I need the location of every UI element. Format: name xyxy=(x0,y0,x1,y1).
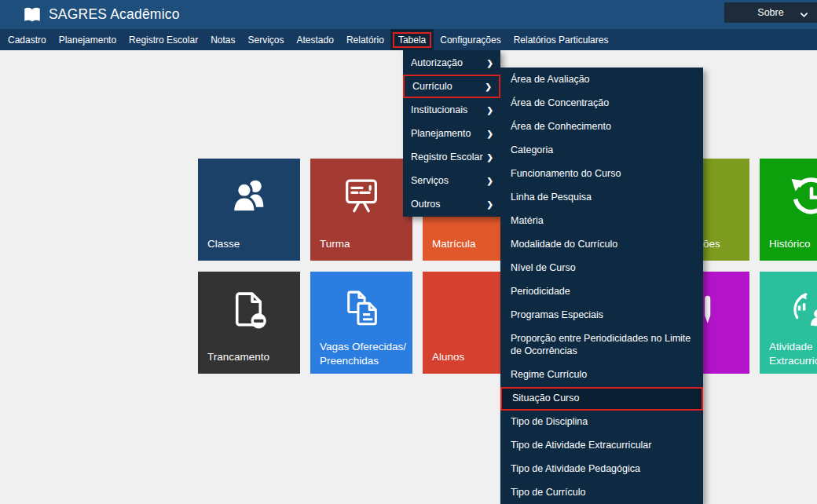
submenu-item-proporcao-entre-periodicidades-no-limite-de-ocorrencias[interactable]: Proporção entre Periodicidades no Limite… xyxy=(500,327,703,363)
dropdown-item-institucionais[interactable]: Institucionais❯ xyxy=(403,98,500,122)
dropdown-item-servicos[interactable]: Serviços❯ xyxy=(403,169,500,192)
person-activity-icon xyxy=(789,287,817,332)
menubar-item-cadastro[interactable]: Cadastro xyxy=(2,29,53,50)
people-icon xyxy=(227,174,272,219)
menubar-item-label: Cadastro xyxy=(8,35,46,46)
submenu-item-label: Tipo de Atividade Extracurricular xyxy=(511,440,651,452)
menubar-item-label: Serviços xyxy=(247,35,284,46)
tile-label: Histórico xyxy=(769,237,817,251)
submenu-item-periodicidade[interactable]: Periodicidade xyxy=(500,280,703,304)
page-title: SAGRES Acadêmico xyxy=(49,6,180,23)
menubar-item-label: Relatório xyxy=(346,35,384,46)
menubar-item-atestado[interactable]: Atestado xyxy=(291,29,340,50)
submenu-item-label: Matéria xyxy=(511,215,544,228)
submenu-item-label: Linha de Pesquisa xyxy=(511,192,592,204)
menubar-item-label: Relatórios Particulares xyxy=(514,35,609,46)
dropdown-item-label: Currículo xyxy=(412,81,452,92)
open-book-logo-icon xyxy=(22,5,42,25)
submenu-arrow-icon: ❯ xyxy=(487,130,493,138)
tile-label: Atividade Extracurricular xyxy=(769,340,817,368)
main-menubar: CadastroPlanejamentoRegistro EscolarNota… xyxy=(0,29,817,50)
dropdown-item-label: Registro Escolar xyxy=(411,152,483,163)
submenu-item-tipo-de-atividade-extracurricular[interactable]: Tipo de Atividade Extracurricular xyxy=(500,434,703,458)
tabela-dropdown-panel: Autorização❯Currículo❯Institucionais❯Pla… xyxy=(403,50,500,217)
menubar-item-notas[interactable]: Notas xyxy=(204,29,241,50)
tile-label: Turma xyxy=(320,237,409,251)
dropdown-item-label: Planejamento xyxy=(411,128,471,139)
menubar-item-tabela[interactable]: Tabela xyxy=(390,29,434,50)
menubar-item-relatorios-particulares[interactable]: Relatórios Particulares xyxy=(507,29,615,50)
dropdown-item-label: Institucionais xyxy=(411,104,467,115)
dropdown-item-planejamento[interactable]: Planejamento❯ xyxy=(403,122,500,145)
curriculo-submenu-panel: Área de AvaliaçãoÁrea de ConcentraçãoÁre… xyxy=(500,68,703,504)
submenu-item-label: Situação Curso xyxy=(512,393,579,405)
menubar-item-label: Atestado xyxy=(297,35,334,46)
submenu-item-nivel-de-curso[interactable]: Nível de Curso xyxy=(500,257,703,280)
submenu-arrow-icon: ❯ xyxy=(485,82,492,91)
submenu-arrow-icon: ❯ xyxy=(487,59,493,68)
submenu-item-label: Tipo de Atividade Pedagógica xyxy=(511,463,640,476)
menubar-item-servicos[interactable]: Serviços xyxy=(241,29,290,50)
submenu-item-label: Área de Concentração xyxy=(511,97,609,110)
submenu-arrow-icon: ❯ xyxy=(487,177,493,185)
about-button[interactable]: Sobre xyxy=(724,2,817,23)
submenu-item-label: Proporção entre Periodicidades no Limite… xyxy=(511,333,694,357)
about-label: Sobre xyxy=(757,7,783,18)
tile-turma[interactable]: Turma xyxy=(310,159,412,261)
presentation-icon xyxy=(339,174,384,219)
submenu-arrow-icon: ❯ xyxy=(487,153,493,162)
submenu-item-materia[interactable]: Matéria xyxy=(500,210,703,233)
submenu-item-regime-curriculo[interactable]: Regime Currículo xyxy=(500,363,703,387)
dropdown-item-label: Outros xyxy=(411,199,441,210)
menubar-item-configuracoes[interactable]: Configurações xyxy=(434,29,507,50)
menubar-item-label: Tabela xyxy=(393,32,431,48)
tile-vagas-oferecidas-preenchidas[interactable]: Vagas Oferecidas/ Preenchidas xyxy=(310,272,412,374)
menubar-item-label: Notas xyxy=(211,35,235,46)
submenu-item-label: Regime Currículo xyxy=(511,369,587,382)
submenu-item-label: Periodicidade xyxy=(511,286,570,298)
menubar-item-label: Planejamento xyxy=(59,35,116,46)
dropdown-item-outros[interactable]: Outros❯ xyxy=(403,192,500,216)
dropdown-item-autorizacao[interactable]: Autorização❯ xyxy=(403,51,500,75)
submenu-item-programas-especiais[interactable]: Programas Especiais xyxy=(500,304,703,327)
document-minus-icon xyxy=(227,287,272,332)
menubar-item-registro-escolar[interactable]: Registro Escolar xyxy=(123,29,204,50)
history-icon xyxy=(789,174,817,219)
submenu-item-label: Categoria xyxy=(511,144,553,157)
chevron-down-icon xyxy=(800,9,808,20)
dropdown-item-registro-escolar[interactable]: Registro Escolar❯ xyxy=(403,145,500,169)
submenu-item-funcionamento-do-curso[interactable]: Funcionamento do Curso xyxy=(500,163,703,186)
submenu-item-categoria[interactable]: Categoria xyxy=(500,139,703,163)
submenu-item-tipo-de-curriculo[interactable]: Tipo de Currículo xyxy=(500,481,703,504)
dropdown-item-curriculo[interactable]: Currículo❯ xyxy=(403,75,500,98)
menubar-item-planejamento[interactable]: Planejamento xyxy=(53,29,123,50)
submenu-item-tipo-de-atividade-pedagogica[interactable]: Tipo de Atividade Pedagógica xyxy=(500,458,703,481)
submenu-arrow-icon: ❯ xyxy=(487,106,493,115)
tile-trancamento[interactable]: Trancamento xyxy=(198,272,300,374)
submenu-item-situacao-curso[interactable]: Situação Curso xyxy=(500,387,703,411)
submenu-item-label: Área de Avaliação xyxy=(511,74,590,86)
menubar-item-label: Configurações xyxy=(440,35,500,46)
submenu-item-modalidade-do-curriculo[interactable]: Modalidade do Currículo xyxy=(500,233,703,257)
submenu-item-label: Nível de Curso xyxy=(511,262,576,275)
submenu-item-tipo-de-disciplina[interactable]: Tipo de Disciplina xyxy=(500,411,703,434)
submenu-item-area-de-avaliacao[interactable]: Área de Avaliação xyxy=(500,68,703,92)
submenu-arrow-icon: ❯ xyxy=(487,200,493,209)
submenu-item-label: Tipo de Disciplina xyxy=(511,416,588,429)
submenu-item-area-de-concentracao[interactable]: Área de Concentração xyxy=(500,92,703,115)
submenu-item-linha-de-pesquisa[interactable]: Linha de Pesquisa xyxy=(500,186,703,210)
documents-icon xyxy=(339,287,384,332)
submenu-item-area-de-conhecimento[interactable]: Área de Conhecimento xyxy=(500,115,703,139)
app-header: SAGRES Acadêmico Sobre xyxy=(0,0,817,29)
tile-atividade-extracurricular[interactable]: Atividade Extracurricular xyxy=(760,272,817,374)
dropdown-item-label: Autorização xyxy=(411,57,463,68)
tile-label: Vagas Oferecidas/ Preenchidas xyxy=(320,340,409,368)
tile-label: Classe xyxy=(207,237,297,251)
tile-classe[interactable]: Classe xyxy=(198,159,300,261)
menubar-item-relatorio[interactable]: Relatório xyxy=(340,29,390,50)
tile-historico[interactable]: Histórico xyxy=(760,159,817,261)
tile-label: ões xyxy=(703,237,746,251)
submenu-item-label: Área de Conhecimento xyxy=(511,121,611,133)
menubar-item-label: Registro Escolar xyxy=(129,35,198,46)
submenu-item-label: Funcionamento do Curso xyxy=(511,168,621,181)
